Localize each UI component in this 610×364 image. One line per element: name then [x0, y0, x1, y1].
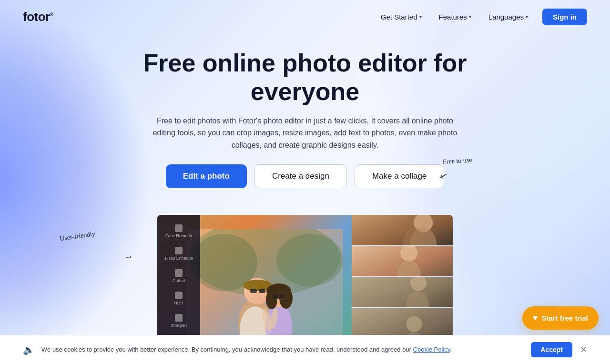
collage-cell-3: [352, 277, 453, 307]
face-retouch-label: Face Retouch: [165, 233, 192, 238]
collage-cell-2: [352, 246, 453, 276]
cookie-content: 🔈 We use cookies to provide you with bet…: [23, 344, 523, 355]
nav-get-started-label: Get Started: [381, 13, 417, 21]
accept-button[interactable]: Accept: [531, 342, 572, 357]
enhance-icon: [175, 247, 183, 254]
logo[interactable]: fotor®: [23, 10, 53, 24]
cookie-period: .: [450, 346, 452, 353]
nav-languages-label: Languages: [488, 13, 524, 21]
edit-photo-button[interactable]: Edit a photo: [166, 164, 247, 188]
sidebar-item-face-retouch[interactable]: Face Retouch: [157, 221, 200, 242]
face-retouch-icon: [175, 224, 183, 232]
arrow-user-icon: →: [123, 251, 134, 263]
make-collage-button[interactable]: Make a collage: [355, 164, 444, 188]
cookie-text: We use cookies to provide you with bette…: [41, 345, 452, 354]
logo-sup: ®: [50, 12, 53, 17]
nav-languages[interactable]: Languages ▾: [482, 9, 535, 25]
collage-cell-1: [352, 215, 453, 245]
logo-text: fotor: [23, 10, 50, 24]
sharpen-label: Sharpen: [171, 323, 187, 328]
nav-get-started[interactable]: Get Started ▾: [374, 9, 428, 25]
free-to-use-text: Free to use: [442, 156, 472, 165]
cta-buttons: Edit a photo Create a design Make a coll…: [10, 164, 600, 188]
nav-features-label: Features: [439, 13, 467, 21]
navbar: fotor® Get Started ▾ Features ▾ Language…: [0, 0, 610, 34]
hdr-icon: [175, 292, 183, 299]
sidebar-item-hdr[interactable]: HDR: [157, 288, 200, 309]
cutout-label: Cutout: [173, 278, 185, 283]
hero-title: Free online photo editor for everyone: [124, 49, 486, 106]
cookie-policy-link[interactable]: Cookie Policy: [413, 346, 450, 353]
chevron-down-icon: ▾: [419, 14, 422, 20]
sharpen-icon: [175, 314, 183, 322]
heart-icon: ♥: [533, 313, 538, 323]
chevron-down-icon: ▾: [469, 14, 471, 20]
nav-right: Get Started ▾ Features ▾ Languages ▾ Sig…: [374, 9, 587, 25]
cutout-icon: [175, 269, 183, 277]
svg-rect-27: [352, 277, 453, 307]
nav-features[interactable]: Features ▾: [432, 9, 478, 25]
svg-point-31: [406, 316, 422, 332]
hdr-label: HDR: [174, 301, 183, 305]
hero-subtitle: Free to edit photos with Fotor's photo e…: [148, 115, 462, 152]
signin-button[interactable]: Sign in: [542, 9, 587, 25]
svg-rect-20: [352, 215, 453, 245]
sidebar-item-cutout[interactable]: Cutout: [157, 265, 200, 287]
close-cookie-button[interactable]: ✕: [580, 344, 587, 355]
cookie-text-body: We use cookies to provide you with bette…: [41, 346, 413, 353]
start-free-trial-button[interactable]: ♥ Start free trial: [522, 306, 599, 330]
create-design-button[interactable]: Create a design: [254, 164, 347, 188]
cookie-banner: 🔈 We use cookies to provide you with bet…: [0, 335, 610, 364]
trial-label: Start free trial: [541, 314, 588, 322]
hero-section: Free online photo editor for everyone Fr…: [0, 34, 610, 215]
sound-icon: 🔈: [23, 344, 35, 355]
sidebar-item-sharpen[interactable]: Sharpen: [157, 310, 200, 332]
enhance-label: 1-Tap Enhance: [164, 256, 193, 261]
sidebar-item-enhance[interactable]: 1-Tap Enhance: [157, 243, 200, 264]
chevron-down-icon: ▾: [526, 14, 528, 20]
